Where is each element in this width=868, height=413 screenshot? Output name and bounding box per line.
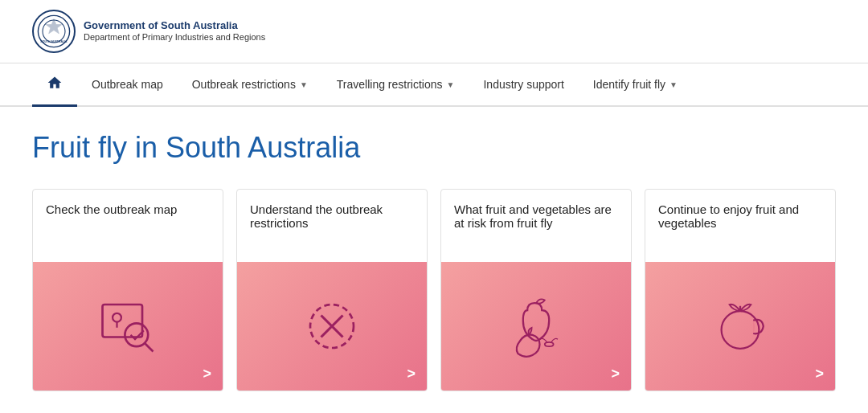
svg-text:SOUTH AUSTRALIA: SOUTH AUSTRALIA xyxy=(40,40,68,43)
cards-grid: Check the outbreak map > xyxy=(32,189,836,391)
card-arrow: > xyxy=(407,366,416,382)
card-fruit-risk[interactable]: What fruit and vegetables are at risk fr… xyxy=(440,189,632,391)
chevron-down-icon: ▼ xyxy=(447,80,455,89)
card-enjoy-fruit[interactable]: Continue to enjoy fruit and vegetables xyxy=(645,189,836,391)
page-title: Fruit fly in South Australia xyxy=(32,131,836,165)
card-outbreak-restrictions[interactable]: Understand the outbreak restrictions > xyxy=(236,189,428,391)
card-arrow: > xyxy=(611,366,620,382)
nav-industry-support[interactable]: Industry support xyxy=(469,67,578,102)
card-enjoy-fruit-text: Continue to enjoy fruit and vegetables xyxy=(645,190,835,262)
nav-home[interactable] xyxy=(32,63,77,107)
card-check-map[interactable]: Check the outbreak map > xyxy=(32,189,223,391)
chevron-down-icon: ▼ xyxy=(300,80,308,89)
gov-title: Government of South Australia xyxy=(84,19,265,31)
svg-rect-3 xyxy=(103,305,143,337)
svg-point-10 xyxy=(545,342,554,346)
card-check-map-image: > xyxy=(33,262,223,391)
card-fruit-risk-image: > xyxy=(441,262,631,391)
main-content: Fruit fly in South Australia Check the o… xyxy=(0,107,868,413)
svg-line-5 xyxy=(145,343,154,352)
card-arrow: > xyxy=(815,366,824,382)
fruit-icon xyxy=(500,290,572,362)
nav-identify-fruit-fly[interactable]: Identify fruit fly ▼ xyxy=(579,67,692,102)
card-enjoy-fruit-image: > xyxy=(645,262,835,391)
nav-travelling-restrictions[interactable]: Travelling restrictions ▼ xyxy=(322,67,469,102)
nav-outbreak-map[interactable]: Outbreak map xyxy=(77,67,178,102)
card-outbreak-restrictions-image: > xyxy=(237,262,427,391)
nav-outbreak-restrictions[interactable]: Outbreak restrictions ▼ xyxy=(178,67,322,102)
header: SOUTH AUSTRALIA Government of South Aust… xyxy=(0,0,868,63)
card-arrow: > xyxy=(203,366,211,382)
card-check-map-text: Check the outbreak map xyxy=(33,190,223,262)
dept-name: Department of Primary Industries and Reg… xyxy=(84,31,265,43)
navigation: Outbreak map Outbreak restrictions ▼ Tra… xyxy=(0,63,868,107)
chevron-down-icon: ▼ xyxy=(669,80,678,89)
card-outbreak-restrictions-text: Understand the outbreak restrictions xyxy=(237,190,427,262)
logo-area: SOUTH AUSTRALIA Government of South Aust… xyxy=(32,10,265,53)
enjoy-fruit-icon xyxy=(704,290,776,362)
map-icon xyxy=(92,290,164,362)
restrictions-icon xyxy=(296,290,368,362)
government-logo: SOUTH AUSTRALIA xyxy=(32,10,76,53)
home-icon xyxy=(47,75,63,93)
card-fruit-risk-text: What fruit and vegetables are at risk fr… xyxy=(441,190,631,262)
logo-text: Government of South Australia Department… xyxy=(84,19,265,43)
svg-point-6 xyxy=(113,313,121,322)
